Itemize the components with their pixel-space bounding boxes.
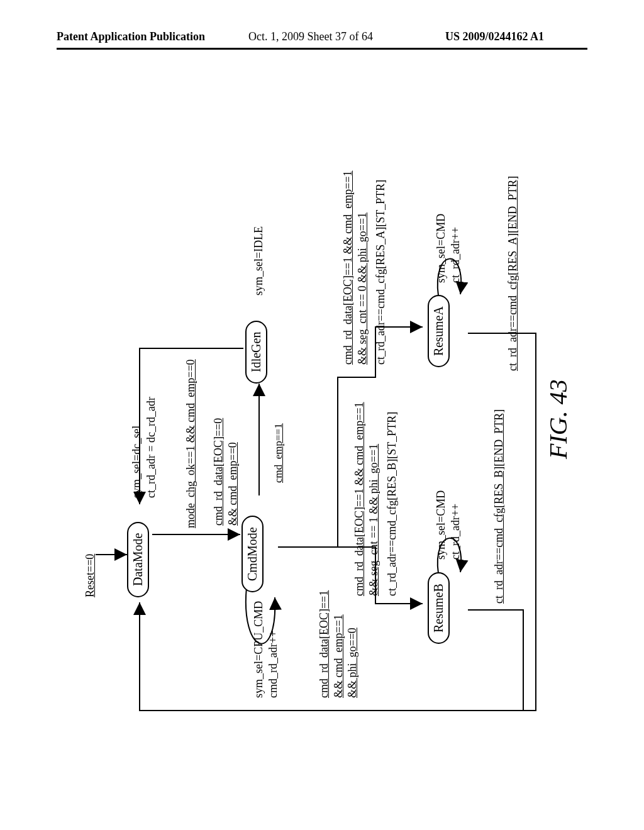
label-resumeb-out: sym_sel=CMD ct_rd_adr++ (434, 490, 462, 560)
header-left: Patent Application Publication (57, 30, 205, 43)
label-resumeb-cond: cmd_rd_data[EOC]==1 && cmd_emp==1 && seg… (352, 402, 380, 596)
figure-label: FIG. 43 (543, 379, 573, 459)
header-rule (57, 48, 587, 50)
page-header: Patent Application Publication Oct. 1, 2… (0, 30, 644, 55)
label-resumea-cond: cmd_rd_data[EOC]==1 && cmd_emp==1 && seg… (341, 170, 369, 365)
state-cmdmode: CmdMode (242, 516, 264, 592)
state-resumea: ResumeA (428, 295, 450, 367)
label-resumeb-end: ct_rd_adr==cmd_cfg[RES_B][END_PTR] (492, 409, 506, 604)
label-idle-out: sym_sel=IDLE (252, 226, 266, 296)
label-resumea-end: ct_rd_adr==cmd_cfg[RES_A][END_PTR] (506, 176, 520, 371)
label-resumea-assign: ct_rd_adr==cmd_cfg[RES_A][ST_PTR] (374, 180, 388, 365)
label-resumeb-assign: ct_rd_adr==cmd_cfg[RES_B][ST_PTR] (385, 412, 399, 596)
label-resumea-out: sym_sel=CMD ct_rd_adr++ (434, 214, 462, 283)
label-cmd-to-idle: cmd_emp==1 (272, 423, 285, 483)
state-resumeb: ResumeB (428, 572, 450, 644)
label-datamode-out: sym_sel=dc_sel ct_rd_adr = dc_rd_adr (130, 397, 158, 498)
label-data-to-cmd: mode_chg_ok==1 && cmd_emp==0 (184, 359, 198, 528)
header-right: US 2009/0244162 A1 (445, 30, 544, 43)
state-diagram: DataMode CmdMode IdleGen ResumeB ResumeA… (83, 94, 561, 736)
label-cmd-to-resume: cmd_rd_data[EOC]==1 && cmd_emp==1 && phi… (317, 590, 360, 698)
figure-wrap: DataMode CmdMode IdleGen ResumeB ResumeA… (83, 94, 561, 736)
label-cmd-to-data: cmd_rd_data[EOC]==0 && cmd_emp==0 (211, 418, 240, 526)
label-reset: Reset==0 (83, 554, 97, 597)
header-mid: Oct. 1, 2009 Sheet 37 of 64 (248, 30, 373, 43)
label-cmd-out: sym_sel=CPU_CMD cmd_rd_adr++ (252, 601, 280, 698)
state-datamode: DataMode (127, 522, 149, 597)
state-idlegen: IdleGen (245, 321, 267, 384)
